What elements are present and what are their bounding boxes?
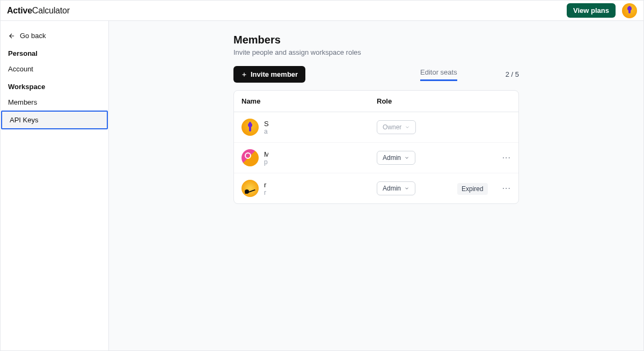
- user-avatar[interactable]: [622, 3, 637, 18]
- page-subtitle: Invite people and assign workspace roles: [233, 48, 519, 56]
- col-role-header: Role: [377, 97, 457, 105]
- role-label: Owner: [383, 123, 401, 131]
- role-label: Admin: [383, 185, 401, 192]
- member-email: p: [264, 158, 268, 166]
- go-back-link[interactable]: Go back: [1, 27, 108, 44]
- member-name: M: [264, 150, 268, 158]
- nav-api-keys[interactable]: API Keys: [1, 111, 108, 129]
- page-title: Members: [233, 34, 519, 46]
- table-row: r r Admin Expired ···: [234, 173, 518, 203]
- table-row: M p Admin ···: [234, 143, 518, 173]
- role-label: Admin: [383, 154, 401, 162]
- role-select[interactable]: Admin: [377, 151, 415, 165]
- nav-members[interactable]: Members: [1, 94, 108, 111]
- member-name: r: [264, 181, 268, 189]
- status-badge: Expired: [457, 183, 488, 195]
- members-table: Name Role S a: [233, 90, 519, 204]
- chevron-down-icon: [404, 186, 409, 191]
- main-content: Members Invite people and assign workspa…: [109, 21, 643, 350]
- view-plans-button[interactable]: View plans: [567, 3, 616, 18]
- section-workspace: Workspace: [1, 77, 108, 94]
- app-logo: ActiveCalculator: [7, 6, 70, 16]
- table-row: S a Owner: [234, 112, 518, 143]
- member-avatar: [241, 119, 259, 136]
- nav-account[interactable]: Account: [1, 61, 108, 77]
- chevron-down-icon: [405, 125, 410, 130]
- go-back-label: Go back: [20, 32, 46, 40]
- table-header: Name Role: [234, 91, 518, 112]
- logo-light: Calculator: [32, 6, 70, 15]
- seats-label: Editor seats: [420, 68, 457, 81]
- member-avatar: [241, 149, 259, 166]
- role-select: Owner: [377, 120, 416, 134]
- row-menu-button[interactable]: ···: [502, 153, 511, 162]
- arrow-left-icon: [8, 32, 16, 40]
- chevron-down-icon: [404, 155, 409, 160]
- invite-member-button[interactable]: Invite member: [233, 66, 305, 83]
- member-avatar: [241, 180, 259, 197]
- plus-icon: [241, 71, 247, 78]
- row-menu-button[interactable]: ···: [502, 184, 511, 193]
- role-select[interactable]: Admin: [377, 181, 415, 195]
- col-name-header: Name: [241, 97, 377, 105]
- section-personal: Personal: [1, 44, 108, 61]
- editor-seats: Editor seats 2 / 5: [420, 68, 519, 81]
- sidebar: Go back Personal Account Workspace Membe…: [1, 21, 109, 350]
- logo-bold: Active: [7, 6, 32, 15]
- invite-label: Invite member: [251, 70, 298, 78]
- member-name: S: [264, 120, 268, 128]
- member-email: a: [264, 128, 268, 135]
- app-header: ActiveCalculator View plans: [1, 1, 643, 21]
- member-email: r: [264, 189, 268, 196]
- seats-count: 2 / 5: [506, 70, 519, 78]
